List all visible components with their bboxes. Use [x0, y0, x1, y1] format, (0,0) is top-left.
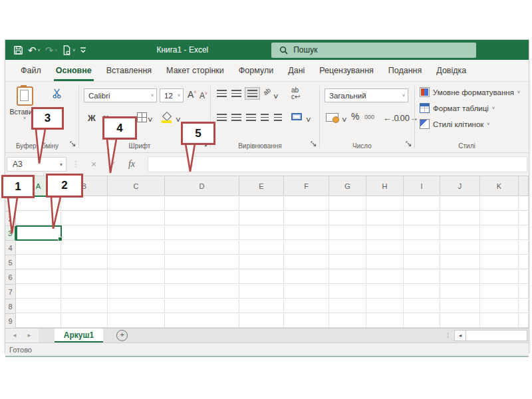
cell-F9[interactable] — [284, 314, 329, 328]
save-icon[interactable] — [13, 45, 23, 55]
cell-D2[interactable] — [165, 211, 239, 225]
cell-I1[interactable] — [404, 197, 440, 211]
customize-qat-icon[interactable] — [80, 47, 86, 53]
cell-I5[interactable] — [404, 255, 440, 269]
cancel-icon[interactable]: × — [91, 159, 96, 170]
cell-J8[interactable] — [440, 299, 480, 313]
cell-E2[interactable] — [239, 211, 284, 225]
row-header-5[interactable]: 5 — [5, 255, 16, 270]
cell-J7[interactable] — [440, 285, 480, 299]
column-header-E[interactable]: E — [239, 176, 284, 196]
align-right-icon[interactable] — [246, 114, 256, 122]
cell-H1[interactable] — [366, 197, 404, 211]
cell-H8[interactable] — [366, 299, 404, 313]
ribbon-tab-2[interactable]: Основне — [49, 61, 99, 81]
cell-H4[interactable] — [366, 241, 404, 255]
cell-K9[interactable] — [480, 314, 519, 328]
chevron-down-icon[interactable]: ˅ — [306, 116, 311, 124]
cell-J9[interactable] — [440, 314, 480, 328]
cell-A5[interactable] — [16, 255, 61, 269]
search-input[interactable]: Пошук — [271, 43, 476, 58]
cell-E5[interactable] — [239, 255, 284, 269]
align-top-icon[interactable] — [217, 90, 227, 98]
chevron-down-icon[interactable]: ˅ — [176, 116, 181, 124]
cell-K2[interactable] — [480, 211, 519, 225]
cell-A2[interactable] — [16, 211, 61, 225]
row-header-8[interactable]: 8 — [5, 299, 16, 314]
cell-C7[interactable] — [108, 285, 165, 299]
cell-D5[interactable] — [165, 255, 239, 269]
align-bottom-icon[interactable] — [247, 90, 257, 98]
cell-D9[interactable] — [165, 314, 239, 328]
formula-input[interactable] — [148, 156, 527, 172]
cell-K7[interactable] — [480, 285, 519, 299]
cell-C6[interactable] — [108, 270, 165, 284]
cell-D1[interactable] — [165, 197, 239, 211]
cell-B1[interactable] — [61, 197, 108, 211]
styles-item-2[interactable]: Формат таблиці˅ — [420, 103, 495, 113]
column-header-F[interactable]: F — [284, 176, 329, 196]
redo-icon[interactable]: ↷˅ — [45, 45, 58, 55]
cell-I8[interactable] — [404, 299, 440, 313]
cell-G1[interactable] — [329, 197, 366, 211]
cell-A6[interactable] — [16, 270, 61, 284]
cell-B3[interactable] — [61, 226, 108, 240]
dialog-launcher-icon[interactable] — [311, 138, 317, 150]
ribbon-tab-1[interactable]: Файл — [13, 61, 49, 81]
row-header-3[interactable]: 3 — [5, 226, 16, 241]
cell-G8[interactable] — [329, 299, 366, 313]
cell-F1[interactable] — [284, 197, 329, 211]
cell-H2[interactable] — [366, 211, 404, 225]
sheet-next-icon[interactable]: ► — [27, 332, 32, 338]
ribbon-tab-9[interactable]: Довідка — [429, 61, 473, 81]
column-header-I[interactable]: I — [404, 176, 440, 196]
column-header-D[interactable]: D — [165, 176, 239, 196]
cell-D8[interactable] — [165, 299, 239, 313]
increase-decimal-icon[interactable]: ←.0 — [383, 114, 399, 122]
column-header-H[interactable]: H — [366, 176, 404, 196]
column-header-K[interactable]: K — [480, 176, 519, 196]
cell-C2[interactable] — [108, 211, 165, 225]
cell-H7[interactable] — [366, 285, 404, 299]
cell-F6[interactable] — [284, 270, 329, 284]
sheet-tab-active[interactable]: Аркуш1 — [55, 329, 103, 342]
cell-B6[interactable] — [61, 270, 108, 284]
sheet-prev-icon[interactable]: ◄ — [12, 332, 17, 338]
decrease-indent-icon[interactable] — [261, 114, 269, 122]
ribbon-tab-7[interactable]: Рецензування — [312, 61, 380, 81]
cell-C3[interactable] — [108, 226, 165, 240]
cell-F8[interactable] — [284, 299, 329, 313]
row-header-2[interactable]: 2 — [5, 211, 16, 226]
merge-center-icon[interactable] — [291, 113, 302, 122]
cell-A8[interactable] — [16, 299, 61, 313]
selected-cell-outline[interactable] — [16, 225, 62, 241]
cell-J2[interactable] — [440, 211, 480, 225]
comma-style-button[interactable]: 000 — [364, 114, 374, 120]
cell-D6[interactable] — [165, 270, 239, 284]
chevron-down-icon[interactable]: ˅ — [273, 92, 279, 101]
cell-C9[interactable] — [108, 314, 165, 328]
cell-I2[interactable] — [404, 211, 440, 225]
horizontal-scrollbar[interactable]: ◄ — [454, 330, 527, 341]
cell-F5[interactable] — [284, 255, 329, 269]
add-sheet-icon[interactable]: + — [116, 330, 128, 341]
cell-H6[interactable] — [366, 270, 404, 284]
cell-E7[interactable] — [239, 285, 284, 299]
cell-B4[interactable] — [61, 241, 108, 255]
enter-icon[interactable]: ✓ — [108, 159, 116, 170]
cell-E3[interactable] — [239, 226, 284, 240]
row-header-7[interactable]: 7 — [5, 285, 16, 299]
cell-A7[interactable] — [16, 285, 61, 299]
cell-D7[interactable] — [165, 285, 239, 299]
cell-A1[interactable] — [16, 197, 61, 211]
borders-icon[interactable] — [137, 112, 147, 124]
percent-style-button[interactable]: % — [351, 112, 359, 121]
cell-B5[interactable] — [61, 255, 108, 269]
wrap-text-icon[interactable]: abc↩ — [291, 87, 300, 100]
row-header-4[interactable]: 4 — [5, 241, 16, 255]
undo-icon[interactable]: ↶˅ — [28, 45, 41, 55]
cell-F2[interactable] — [284, 211, 329, 225]
cell-K8[interactable] — [480, 299, 519, 313]
cell-B8[interactable] — [61, 299, 108, 313]
cell-F7[interactable] — [284, 285, 329, 299]
